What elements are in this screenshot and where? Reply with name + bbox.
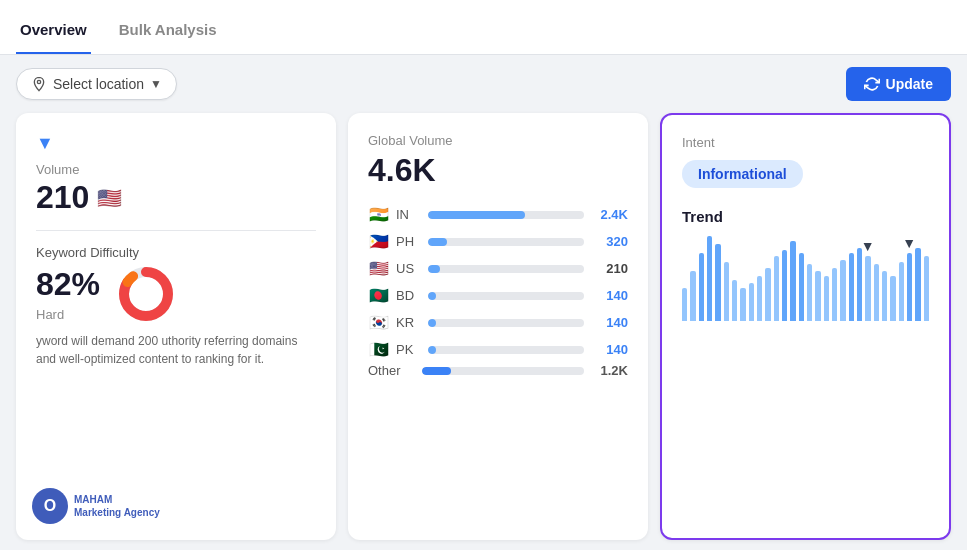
country-value: 210 — [590, 261, 628, 276]
trend-bar — [824, 276, 829, 321]
trend-bar — [815, 271, 820, 321]
location-icon — [31, 76, 47, 92]
country-row: 🇮🇳 IN 2.4K — [368, 205, 628, 224]
trend-bar — [749, 283, 754, 321]
location-placeholder: Select location — [53, 76, 144, 92]
trend-bar — [924, 256, 929, 321]
country-code: PH — [396, 234, 422, 249]
country-bar-track — [428, 238, 584, 246]
tab-bulk-analysis[interactable]: Bulk Analysis — [115, 7, 221, 54]
country-flag: 🇮🇳 — [368, 205, 390, 224]
watermark-logo: O — [32, 488, 68, 524]
global-volume-card: Global Volume 4.6K 🇮🇳 IN 2.4K 🇵🇭 PH 320 … — [348, 113, 648, 540]
country-bar-track — [428, 319, 584, 327]
kd-description: yword will demand 200 uthority referring… — [36, 332, 316, 368]
trend-label: Trend — [682, 208, 929, 225]
global-volume-value: 4.6K — [368, 152, 628, 189]
country-bar-track — [428, 292, 584, 300]
trend-bar — [899, 262, 904, 321]
tab-overview[interactable]: Overview — [16, 7, 91, 54]
trend-bar — [790, 241, 795, 321]
country-bar-fill — [428, 211, 525, 219]
intent-card: Intent Informational Trend ▼▼ — [660, 113, 951, 540]
trend-bar — [740, 288, 745, 321]
trend-bar — [690, 271, 695, 321]
trend-bar — [699, 253, 704, 321]
trend-chart: ▼▼ — [682, 233, 929, 323]
country-list: 🇮🇳 IN 2.4K 🇵🇭 PH 320 🇺🇸 US 210 🇧🇩 BD — [368, 205, 628, 359]
trend-bar — [882, 271, 887, 321]
intent-label: Intent — [682, 135, 929, 150]
country-code: BD — [396, 288, 422, 303]
trend-bar — [832, 268, 837, 321]
country-bar-fill — [428, 265, 440, 273]
country-value: 320 — [590, 234, 628, 249]
volume-label: Volume — [36, 162, 316, 177]
update-button[interactable]: Update — [846, 67, 951, 101]
caret-down-icon: ▼ — [36, 133, 316, 154]
country-bar-fill — [428, 346, 436, 354]
trend-bar — [682, 288, 687, 321]
global-volume-label: Global Volume — [368, 133, 628, 148]
country-row: 🇧🇩 BD 140 — [368, 286, 628, 305]
divider — [36, 230, 316, 231]
country-bar-fill — [428, 319, 436, 327]
kd-value: 82% — [36, 266, 100, 303]
trend-bar — [874, 264, 879, 321]
trend-bar — [782, 250, 787, 321]
country-row: 🇺🇸 US 210 — [368, 259, 628, 278]
trend-bar — [857, 248, 862, 321]
country-bar-track — [428, 211, 584, 219]
trend-bar — [732, 280, 737, 321]
country-code: US — [396, 261, 422, 276]
intent-badge: Informational — [682, 160, 803, 188]
volume-card: ▼ Volume 210 🇺🇸 Keyword Difficulty 82% H… — [16, 113, 336, 540]
trend-bar — [890, 276, 895, 321]
country-value: 140 — [590, 288, 628, 303]
trend-bar — [849, 253, 854, 321]
kd-value-wrap: 82% Hard — [36, 266, 100, 322]
toolbar: Select location ▼ Update — [0, 55, 967, 113]
watermark: O MAHAM Marketing Agency — [32, 488, 160, 524]
trend-bar — [915, 248, 920, 321]
trend-caret-icon: ▼ — [861, 238, 875, 254]
country-value: 140 — [590, 315, 628, 330]
country-row: 🇵🇭 PH 320 — [368, 232, 628, 251]
trend-bar: ▼ — [907, 253, 912, 321]
other-label: Other — [368, 363, 416, 378]
other-value: 1.2K — [590, 363, 628, 378]
trend-bar: ▼ — [865, 256, 870, 321]
update-label: Update — [886, 76, 933, 92]
country-flag: 🇧🇩 — [368, 286, 390, 305]
other-bar-track — [422, 367, 584, 375]
country-value: 140 — [590, 342, 628, 357]
trend-bar — [807, 264, 812, 321]
trend-bar — [707, 236, 712, 321]
volume-value: 210 🇺🇸 — [36, 179, 316, 216]
country-value: 2.4K — [590, 207, 628, 222]
trend-bar — [715, 244, 720, 321]
trend-bar — [774, 256, 779, 321]
refresh-icon — [864, 76, 880, 92]
country-flag: 🇵🇭 — [368, 232, 390, 251]
kd-donut-chart — [116, 264, 176, 324]
country-row: 🇰🇷 KR 140 — [368, 313, 628, 332]
country-bar-fill — [428, 238, 447, 246]
trend-bar — [799, 253, 804, 321]
trend-bar — [840, 260, 845, 321]
country-bar-track — [428, 346, 584, 354]
svg-point-0 — [37, 80, 40, 83]
chevron-down-icon: ▼ — [150, 77, 162, 91]
trend-bar — [765, 268, 770, 321]
country-flag: 🇰🇷 — [368, 313, 390, 332]
other-row: Other 1.2K — [368, 363, 628, 378]
volume-number: 210 — [36, 179, 89, 216]
kd-label: Keyword Difficulty — [36, 245, 316, 260]
top-navigation: Overview Bulk Analysis — [0, 0, 967, 55]
country-flag: 🇺🇸 — [368, 259, 390, 278]
country-code: IN — [396, 207, 422, 222]
kd-row: 82% Hard — [36, 264, 316, 324]
country-row: 🇵🇰 PK 140 — [368, 340, 628, 359]
trend-bar — [724, 262, 729, 321]
select-location-button[interactable]: Select location ▼ — [16, 68, 177, 100]
